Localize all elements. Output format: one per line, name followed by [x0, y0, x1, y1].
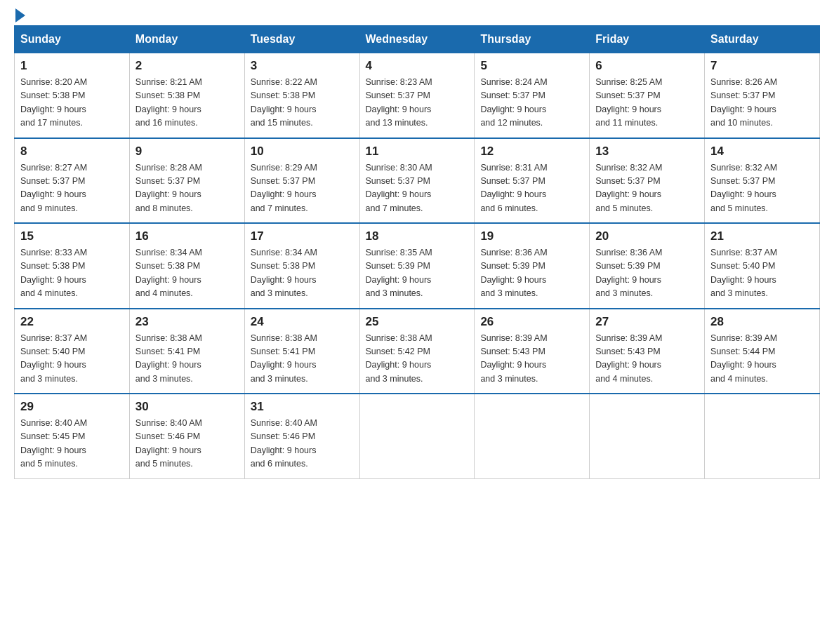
- header-friday: Friday: [590, 26, 705, 53]
- calendar-cell: 7Sunrise: 8:26 AMSunset: 5:37 PMDaylight…: [705, 53, 820, 138]
- day-info: Sunrise: 8:38 AMSunset: 5:41 PMDaylight:…: [251, 332, 354, 387]
- calendar-table: SundayMondayTuesdayWednesdayThursdayFrid…: [14, 25, 820, 479]
- header-saturday: Saturday: [705, 26, 820, 53]
- calendar-cell: 17Sunrise: 8:34 AMSunset: 5:38 PMDayligh…: [244, 223, 359, 309]
- day-number: 16: [135, 229, 239, 243]
- calendar-cell: 11Sunrise: 8:30 AMSunset: 5:37 PMDayligh…: [359, 138, 475, 224]
- calendar-cell: 23Sunrise: 8:38 AMSunset: 5:41 PMDayligh…: [129, 309, 244, 394]
- day-info: Sunrise: 8:32 AMSunset: 5:37 PMDaylight:…: [595, 161, 699, 216]
- calendar-cell: [705, 394, 820, 478]
- day-info: Sunrise: 8:27 AMSunset: 5:37 PMDaylight:…: [20, 161, 124, 216]
- calendar-cell: 24Sunrise: 8:38 AMSunset: 5:41 PMDayligh…: [244, 309, 359, 394]
- day-number: 8: [20, 145, 124, 159]
- calendar-cell: 31Sunrise: 8:40 AMSunset: 5:46 PMDayligh…: [244, 394, 359, 478]
- day-number: 10: [251, 145, 354, 159]
- header-wednesday: Wednesday: [359, 26, 475, 53]
- day-number: 18: [366, 229, 469, 243]
- calendar-cell: 15Sunrise: 8:33 AMSunset: 5:38 PMDayligh…: [15, 223, 130, 309]
- calendar-cell: 10Sunrise: 8:29 AMSunset: 5:37 PMDayligh…: [244, 138, 359, 224]
- day-info: Sunrise: 8:40 AMSunset: 5:46 PMDaylight:…: [251, 417, 354, 471]
- week-row-2: 8Sunrise: 8:27 AMSunset: 5:37 PMDaylight…: [15, 138, 820, 224]
- day-number: 5: [480, 59, 583, 73]
- day-info: Sunrise: 8:34 AMSunset: 5:38 PMDaylight:…: [251, 246, 354, 301]
- weekday-header-row: SundayMondayTuesdayWednesdayThursdayFrid…: [15, 26, 820, 53]
- calendar-cell: 9Sunrise: 8:28 AMSunset: 5:37 PMDaylight…: [129, 138, 244, 224]
- day-info: Sunrise: 8:38 AMSunset: 5:42 PMDaylight:…: [366, 332, 469, 387]
- day-info: Sunrise: 8:33 AMSunset: 5:38 PMDaylight:…: [20, 246, 124, 301]
- logo-arrow-icon: [15, 8, 25, 22]
- day-number: 1: [20, 59, 124, 73]
- header-thursday: Thursday: [475, 26, 590, 53]
- header-monday: Monday: [129, 26, 244, 53]
- day-number: 4: [366, 59, 469, 73]
- day-info: Sunrise: 8:29 AMSunset: 5:37 PMDaylight:…: [251, 161, 354, 216]
- day-number: 11: [366, 145, 469, 159]
- calendar-cell: 29Sunrise: 8:40 AMSunset: 5:45 PMDayligh…: [15, 394, 130, 478]
- calendar-cell: 2Sunrise: 8:21 AMSunset: 5:38 PMDaylight…: [129, 53, 244, 138]
- day-info: Sunrise: 8:31 AMSunset: 5:37 PMDaylight:…: [480, 161, 583, 216]
- day-number: 23: [135, 315, 239, 329]
- calendar-cell: 6Sunrise: 8:25 AMSunset: 5:37 PMDaylight…: [590, 53, 705, 138]
- calendar-cell: 5Sunrise: 8:24 AMSunset: 5:37 PMDaylight…: [475, 53, 590, 138]
- day-number: 20: [595, 229, 699, 243]
- calendar-cell: 14Sunrise: 8:32 AMSunset: 5:37 PMDayligh…: [705, 138, 820, 224]
- day-number: 25: [366, 315, 469, 329]
- day-info: Sunrise: 8:34 AMSunset: 5:38 PMDaylight:…: [135, 246, 239, 301]
- day-number: 29: [20, 400, 124, 414]
- day-number: 15: [20, 229, 124, 243]
- calendar-cell: 28Sunrise: 8:39 AMSunset: 5:44 PMDayligh…: [705, 309, 820, 394]
- day-number: 26: [480, 315, 583, 329]
- day-info: Sunrise: 8:36 AMSunset: 5:39 PMDaylight:…: [595, 246, 699, 301]
- day-number: 3: [251, 59, 354, 73]
- day-number: 17: [251, 229, 354, 243]
- logo: [14, 14, 25, 18]
- day-info: Sunrise: 8:40 AMSunset: 5:45 PMDaylight:…: [20, 417, 124, 471]
- day-number: 22: [20, 315, 124, 329]
- day-info: Sunrise: 8:40 AMSunset: 5:46 PMDaylight:…: [135, 417, 239, 471]
- day-info: Sunrise: 8:36 AMSunset: 5:39 PMDaylight:…: [480, 246, 583, 301]
- day-info: Sunrise: 8:24 AMSunset: 5:37 PMDaylight:…: [480, 76, 583, 130]
- header-tuesday: Tuesday: [244, 26, 359, 53]
- day-number: 31: [251, 400, 354, 414]
- calendar-cell: 25Sunrise: 8:38 AMSunset: 5:42 PMDayligh…: [359, 309, 475, 394]
- calendar-cell: 4Sunrise: 8:23 AMSunset: 5:37 PMDaylight…: [359, 53, 475, 138]
- day-info: Sunrise: 8:37 AMSunset: 5:40 PMDaylight:…: [710, 246, 814, 301]
- calendar-cell: [590, 394, 705, 478]
- day-info: Sunrise: 8:39 AMSunset: 5:43 PMDaylight:…: [595, 332, 699, 387]
- day-number: 2: [135, 59, 239, 73]
- calendar-cell: 1Sunrise: 8:20 AMSunset: 5:38 PMDaylight…: [15, 53, 130, 138]
- header-sunday: Sunday: [15, 26, 130, 53]
- calendar-cell: 3Sunrise: 8:22 AMSunset: 5:38 PMDaylight…: [244, 53, 359, 138]
- week-row-5: 29Sunrise: 8:40 AMSunset: 5:45 PMDayligh…: [15, 394, 820, 478]
- day-number: 9: [135, 145, 239, 159]
- calendar-cell: [359, 394, 475, 478]
- day-number: 12: [480, 145, 583, 159]
- day-info: Sunrise: 8:38 AMSunset: 5:41 PMDaylight:…: [135, 332, 239, 387]
- day-info: Sunrise: 8:39 AMSunset: 5:43 PMDaylight:…: [480, 332, 583, 387]
- calendar-cell: 12Sunrise: 8:31 AMSunset: 5:37 PMDayligh…: [475, 138, 590, 224]
- calendar-cell: 27Sunrise: 8:39 AMSunset: 5:43 PMDayligh…: [590, 309, 705, 394]
- day-info: Sunrise: 8:37 AMSunset: 5:40 PMDaylight:…: [20, 332, 124, 387]
- day-info: Sunrise: 8:21 AMSunset: 5:38 PMDaylight:…: [135, 76, 239, 130]
- day-info: Sunrise: 8:35 AMSunset: 5:39 PMDaylight:…: [366, 246, 469, 301]
- day-number: 24: [251, 315, 354, 329]
- day-number: 7: [710, 59, 814, 73]
- day-number: 21: [710, 229, 814, 243]
- day-number: 14: [710, 145, 814, 159]
- day-info: Sunrise: 8:39 AMSunset: 5:44 PMDaylight:…: [710, 332, 814, 387]
- day-number: 13: [595, 145, 699, 159]
- calendar-cell: 13Sunrise: 8:32 AMSunset: 5:37 PMDayligh…: [590, 138, 705, 224]
- day-info: Sunrise: 8:25 AMSunset: 5:37 PMDaylight:…: [595, 76, 699, 130]
- calendar-cell: 18Sunrise: 8:35 AMSunset: 5:39 PMDayligh…: [359, 223, 475, 309]
- calendar-cell: 26Sunrise: 8:39 AMSunset: 5:43 PMDayligh…: [475, 309, 590, 394]
- calendar-cell: 22Sunrise: 8:37 AMSunset: 5:40 PMDayligh…: [15, 309, 130, 394]
- calendar-cell: 21Sunrise: 8:37 AMSunset: 5:40 PMDayligh…: [705, 223, 820, 309]
- day-info: Sunrise: 8:23 AMSunset: 5:37 PMDaylight:…: [366, 76, 469, 130]
- day-number: 27: [595, 315, 699, 329]
- day-number: 28: [710, 315, 814, 329]
- week-row-4: 22Sunrise: 8:37 AMSunset: 5:40 PMDayligh…: [15, 309, 820, 394]
- calendar-cell: 30Sunrise: 8:40 AMSunset: 5:46 PMDayligh…: [129, 394, 244, 478]
- day-info: Sunrise: 8:20 AMSunset: 5:38 PMDaylight:…: [20, 76, 124, 130]
- day-info: Sunrise: 8:28 AMSunset: 5:37 PMDaylight:…: [135, 161, 239, 216]
- day-info: Sunrise: 8:32 AMSunset: 5:37 PMDaylight:…: [710, 161, 814, 216]
